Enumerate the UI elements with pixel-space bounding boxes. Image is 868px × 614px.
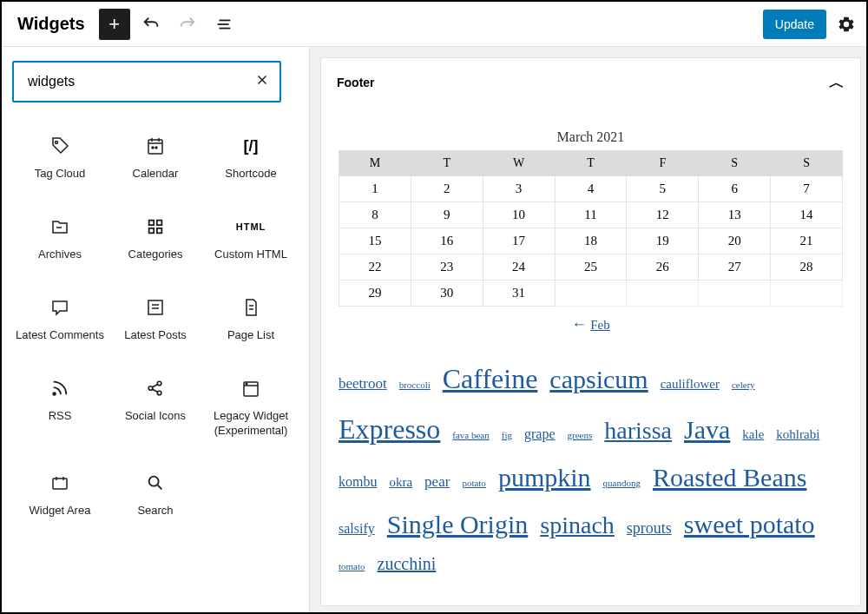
- calendar-nav: ←Feb: [339, 307, 843, 342]
- block-widget-area[interactable]: Widget Area: [12, 465, 108, 525]
- tag-link[interactable]: Single Origin: [387, 510, 529, 538]
- tag-cloud-widget: beetroot broccoli Caffeine capsicum caul…: [339, 342, 843, 579]
- block-latest-comments[interactable]: Latest Comments: [12, 290, 108, 350]
- tag-link[interactable]: harissa: [604, 417, 672, 444]
- calendar-day-head: T: [411, 151, 483, 176]
- calendar-prev-link[interactable]: Feb: [590, 318, 610, 332]
- calendar-cell: 5: [627, 176, 699, 202]
- block-legacy-widget[interactable]: Legacy Widget (Experimental): [203, 371, 299, 446]
- block-shortcode[interactable]: [/]Shortcode: [203, 129, 299, 188]
- block-label: Legacy Widget (Experimental): [207, 409, 295, 439]
- settings-button[interactable]: [833, 11, 859, 37]
- tag-link[interactable]: fig: [502, 430, 512, 440]
- tag-link[interactable]: cauliflower: [661, 377, 720, 391]
- block-page-list[interactable]: Page List: [203, 290, 299, 350]
- calendar-cell: [627, 281, 699, 307]
- tag-link[interactable]: pumpkin: [498, 463, 591, 492]
- block-archives[interactable]: Archives: [12, 209, 108, 269]
- block-search-input[interactable]: [12, 61, 281, 102]
- tag-link[interactable]: Roasted Beans: [653, 463, 806, 492]
- block-label: Custom HTML: [214, 248, 287, 262]
- tag-link[interactable]: capsicum: [549, 365, 648, 393]
- calendar-day-head: W: [483, 151, 555, 176]
- tag-link[interactable]: okra: [389, 475, 412, 489]
- rss-icon: [50, 378, 69, 399]
- calendar-day-head: F: [627, 151, 699, 176]
- calendar-cell: 24: [483, 254, 555, 281]
- block-label: Widget Area: [30, 504, 91, 518]
- calendar-cell: 20: [699, 228, 771, 254]
- categories-icon: [146, 216, 165, 237]
- block-social-icons[interactable]: Social Icons: [108, 371, 203, 446]
- footer-panel-body: March 2021 MTWTFSS 123456789101112131415…: [321, 107, 860, 605]
- calendar-cell: 22: [339, 254, 411, 281]
- calendar-cell: 1: [339, 176, 411, 202]
- block-calendar[interactable]: Calendar: [108, 129, 203, 188]
- tag-link[interactable]: kombu: [339, 474, 377, 489]
- calendar-cell: 2: [411, 176, 483, 202]
- calendar-prev-arrow-icon[interactable]: ←: [571, 315, 587, 333]
- list-view-button[interactable]: [208, 9, 240, 40]
- block-rss[interactable]: RSS: [12, 371, 108, 446]
- block-label: Social Icons: [125, 409, 186, 424]
- tag-link[interactable]: Expresso: [339, 413, 440, 445]
- tag-link[interactable]: greens: [568, 430, 593, 440]
- clear-search-button[interactable]: [250, 69, 274, 94]
- calendar-widget: March 2021 MTWTFSS 123456789101112131415…: [339, 124, 843, 342]
- top-bar: Widgets + Update: [2, 2, 866, 47]
- tag-link[interactable]: grape: [524, 426, 556, 441]
- tag-link[interactable]: salsify: [339, 521, 375, 536]
- footer-panel-header[interactable]: Footer ︿: [321, 58, 860, 107]
- archives-icon: [49, 216, 70, 237]
- tag-link[interactable]: pear: [424, 473, 450, 490]
- redo-button[interactable]: [172, 9, 203, 40]
- tag-link[interactable]: Java: [684, 415, 730, 444]
- add-block-button[interactable]: +: [99, 9, 130, 40]
- calendar-cell: 6: [699, 176, 771, 202]
- tag-link[interactable]: kale: [742, 427, 764, 441]
- calendar-cell: 12: [627, 202, 699, 228]
- tag-link[interactable]: potato: [462, 478, 486, 488]
- svg-rect-13: [149, 221, 155, 225]
- block-latest-posts[interactable]: Latest Posts: [108, 290, 203, 350]
- calendar-cell: [771, 281, 843, 307]
- tag-link[interactable]: sprouts: [627, 519, 672, 537]
- calendar-cell: 31: [483, 281, 555, 307]
- tag-link[interactable]: celery: [732, 380, 755, 390]
- calendar-cell: 7: [771, 176, 843, 202]
- block-custom-html[interactable]: HTMLCustom HTML: [203, 209, 299, 269]
- calendar-day-head: S: [699, 151, 771, 176]
- tag-link[interactable]: tomato: [339, 561, 365, 571]
- calendar-day-head: S: [771, 151, 843, 176]
- calendar-cell: 30: [411, 281, 483, 307]
- social-icons-icon: [146, 378, 165, 399]
- svg-line-26: [152, 384, 157, 387]
- redo-icon: [178, 15, 197, 34]
- tag-link[interactable]: zucchini: [378, 554, 437, 573]
- tag-link[interactable]: spinach: [540, 512, 615, 538]
- calendar-day-head: T: [555, 151, 627, 176]
- tag-link[interactable]: broccoli: [399, 380, 431, 390]
- tag-link[interactable]: fava bean: [452, 430, 489, 440]
- svg-rect-31: [53, 479, 67, 489]
- block-label: Categories: [128, 248, 183, 262]
- svg-point-34: [149, 477, 159, 486]
- tag-link[interactable]: quandong: [603, 478, 641, 488]
- block-tag-cloud[interactable]: Tag Cloud: [12, 129, 108, 188]
- undo-button[interactable]: [135, 9, 167, 40]
- calendar-cell: 29: [339, 281, 411, 307]
- update-button[interactable]: Update: [763, 10, 826, 39]
- undo-icon: [141, 15, 161, 34]
- tag-link[interactable]: sweet potato: [684, 510, 815, 538]
- svg-point-10: [152, 147, 154, 149]
- chevron-up-icon: ︿: [829, 72, 845, 93]
- tag-link[interactable]: beetroot: [339, 375, 387, 392]
- calendar-day-head: M: [339, 151, 411, 176]
- tag-link[interactable]: kohlrabi: [776, 427, 819, 441]
- block-inserter-sidebar: Tag CloudCalendar[/]ShortcodeArchivesCat…: [2, 47, 310, 612]
- svg-line-35: [158, 485, 162, 490]
- block-categories[interactable]: Categories: [108, 209, 203, 269]
- tag-link[interactable]: Caffeine: [443, 363, 538, 394]
- block-label: Tag Cloud: [35, 167, 86, 182]
- block-search[interactable]: Search: [108, 465, 203, 525]
